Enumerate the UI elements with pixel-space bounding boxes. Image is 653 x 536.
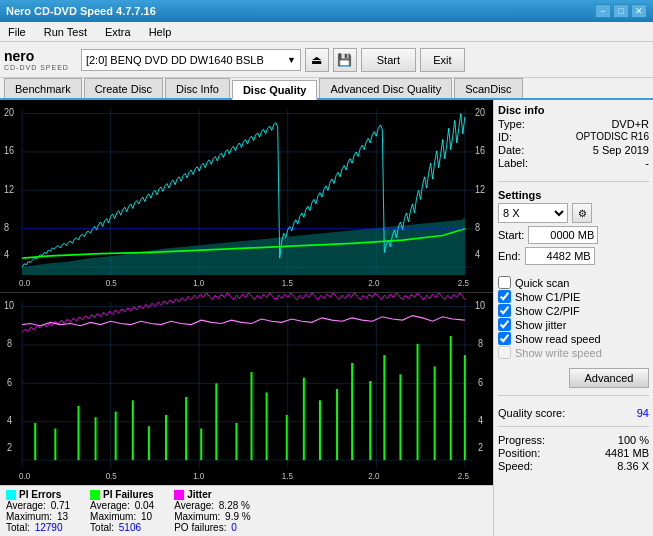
- divider-1: [498, 181, 649, 182]
- tab-bar: Benchmark Create Disc Disc Info Disc Qua…: [0, 78, 653, 100]
- jitter-label: Jitter: [174, 489, 250, 500]
- divider-3: [498, 426, 649, 427]
- svg-text:2.0: 2.0: [368, 471, 379, 482]
- maximize-button[interactable]: □: [613, 4, 629, 18]
- minimize-button[interactable]: −: [595, 4, 611, 18]
- disc-date-value: 5 Sep 2019: [593, 144, 649, 156]
- jitter-maximum: Maximum: 9.9 %: [174, 511, 250, 522]
- position-row: Position: 4481 MB: [498, 447, 649, 459]
- disc-date-row: Date: 5 Sep 2019: [498, 144, 649, 156]
- speed-row: Speed: 8.36 X: [498, 460, 649, 472]
- pi-failures-label: PI Failures: [90, 489, 154, 500]
- show-jitter-row: Show jitter: [498, 318, 649, 331]
- drive-selector[interactable]: [2:0] BENQ DVD DD DW1640 BSLB ▼: [81, 49, 301, 71]
- tab-advanced-disc-quality[interactable]: Advanced Disc Quality: [319, 78, 452, 98]
- top-chart-svg: 20 16 12 8 4 20 16 12 8 4: [0, 100, 493, 292]
- divider-2: [498, 395, 649, 396]
- pi-failures-average: Average: 0.04: [90, 500, 154, 511]
- close-button[interactable]: ✕: [631, 4, 647, 18]
- svg-text:2.5: 2.5: [458, 471, 469, 482]
- start-label: Start:: [498, 229, 524, 241]
- svg-text:2: 2: [478, 442, 483, 454]
- tab-scan-disc[interactable]: ScanDisc: [454, 78, 522, 98]
- show-read-speed-checkbox[interactable]: [498, 332, 511, 345]
- svg-text:2: 2: [7, 442, 12, 454]
- advanced-button[interactable]: Advanced: [569, 368, 649, 388]
- menu-file[interactable]: File: [4, 24, 30, 40]
- pi-errors-average: Average: 0.71: [6, 500, 70, 511]
- progress-section: Progress: 100 % Position: 4481 MB Speed:…: [498, 434, 649, 473]
- end-row: End:: [498, 247, 649, 265]
- bottom-chart: 10 8 6 4 2 10 8 6 4 2: [0, 293, 493, 485]
- svg-text:4: 4: [475, 249, 481, 261]
- svg-text:1.5: 1.5: [282, 278, 293, 289]
- show-c1pie-row: Show C1/PIE: [498, 290, 649, 303]
- save-button[interactable]: 💾: [333, 48, 357, 72]
- tab-create-disc[interactable]: Create Disc: [84, 78, 163, 98]
- svg-text:10: 10: [4, 299, 14, 311]
- settings-icon-button[interactable]: ⚙: [572, 203, 592, 223]
- position-value: 4481 MB: [605, 447, 649, 459]
- quick-scan-checkbox[interactable]: [498, 276, 511, 289]
- quality-score-value: 94: [637, 407, 649, 419]
- disc-info-section: Disc info Type: DVD+R ID: OPTODISC R16 D…: [498, 104, 649, 170]
- menu-run-test[interactable]: Run Test: [40, 24, 91, 40]
- show-jitter-label: Show jitter: [515, 319, 566, 331]
- show-c2pif-label: Show C2/PIF: [515, 305, 580, 317]
- pi-errors-total: Total: 12790: [6, 522, 70, 533]
- svg-text:6: 6: [478, 376, 483, 388]
- tab-benchmark[interactable]: Benchmark: [4, 78, 82, 98]
- show-read-speed-label: Show read speed: [515, 333, 601, 345]
- svg-text:16: 16: [4, 145, 14, 157]
- show-c1pie-checkbox[interactable]: [498, 290, 511, 303]
- svg-text:0.0: 0.0: [19, 278, 30, 289]
- show-c2pif-checkbox[interactable]: [498, 304, 511, 317]
- pi-errors-maximum: Maximum: 13: [6, 511, 70, 522]
- svg-text:4: 4: [4, 249, 10, 261]
- show-c2pif-row: Show C2/PIF: [498, 304, 649, 317]
- right-panel: Disc info Type: DVD+R ID: OPTODISC R16 D…: [493, 100, 653, 536]
- title-bar: Nero CD-DVD Speed 4.7.7.16 − □ ✕: [0, 0, 653, 22]
- svg-text:10: 10: [475, 299, 485, 311]
- top-chart: 20 16 12 8 4 20 16 12 8 4: [0, 100, 493, 293]
- drive-dropdown-icon[interactable]: ▼: [287, 55, 296, 65]
- quality-score-label: Quality score:: [498, 407, 565, 419]
- show-c1pie-label: Show C1/PIE: [515, 291, 580, 303]
- svg-text:0.0: 0.0: [19, 471, 30, 482]
- settings-title: Settings: [498, 189, 649, 201]
- svg-rect-30: [0, 293, 493, 485]
- pi-failures-maximum: Maximum: 10: [90, 511, 154, 522]
- title-bar-text: Nero CD-DVD Speed 4.7.7.16: [6, 5, 156, 17]
- jitter-stats: Jitter Average: 8.28 % Maximum: 9.9 % PO…: [174, 489, 250, 533]
- main-content: 20 16 12 8 4 20 16 12 8 4: [0, 100, 653, 536]
- svg-text:4: 4: [7, 415, 13, 427]
- start-input[interactable]: [528, 226, 598, 244]
- disc-info-title: Disc info: [498, 104, 649, 116]
- menu-extra[interactable]: Extra: [101, 24, 135, 40]
- settings-section: Settings 8 X ⚙ Start: End:: [498, 189, 649, 268]
- nero-logo: nero CD-DVD SPEED: [4, 48, 69, 71]
- menu-help[interactable]: Help: [145, 24, 176, 40]
- toolbar: nero CD-DVD SPEED [2:0] BENQ DVD DD DW16…: [0, 42, 653, 78]
- speed-select[interactable]: 8 X: [498, 203, 568, 223]
- show-jitter-checkbox[interactable]: [498, 318, 511, 331]
- svg-text:12: 12: [4, 183, 14, 195]
- tab-disc-quality[interactable]: Disc Quality: [232, 80, 318, 100]
- start-button[interactable]: Start: [361, 48, 416, 72]
- menu-bar: File Run Test Extra Help: [0, 22, 653, 42]
- svg-text:20: 20: [475, 106, 485, 118]
- title-bar-buttons: − □ ✕: [595, 4, 647, 18]
- show-write-speed-checkbox: [498, 346, 511, 359]
- exit-button[interactable]: Exit: [420, 48, 465, 72]
- svg-text:0.5: 0.5: [106, 278, 117, 289]
- end-input[interactable]: [525, 247, 595, 265]
- progress-row: Progress: 100 %: [498, 434, 649, 446]
- disc-label-label: Label:: [498, 157, 528, 169]
- jitter-average: Average: 8.28 %: [174, 500, 250, 511]
- tab-disc-info[interactable]: Disc Info: [165, 78, 230, 98]
- eject-button[interactable]: ⏏: [305, 48, 329, 72]
- svg-text:8: 8: [478, 338, 483, 350]
- stats-row: PI Errors Average: 0.71 Maximum: 13 Tota…: [0, 485, 493, 536]
- svg-text:0.5: 0.5: [106, 471, 117, 482]
- advanced-section: Advanced: [498, 364, 649, 388]
